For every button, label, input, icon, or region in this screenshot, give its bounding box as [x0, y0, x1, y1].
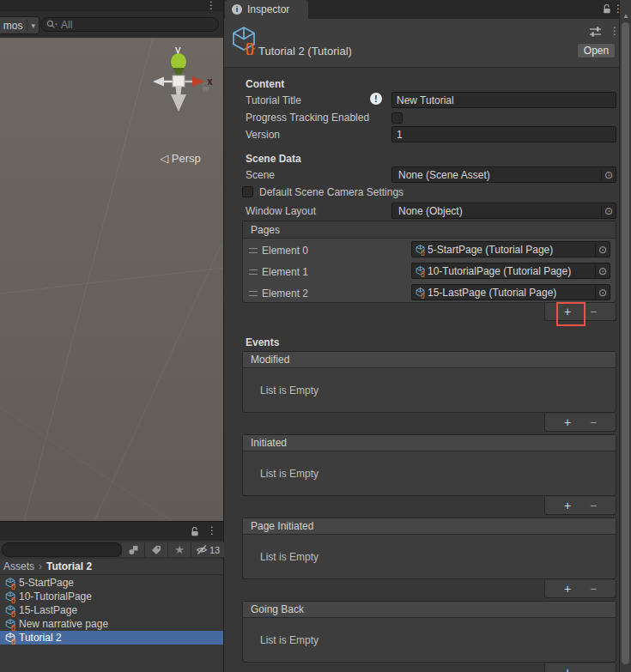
scroll-up-icon[interactable]: ▲	[622, 12, 629, 20]
initiated-remove-button[interactable]: −	[580, 498, 606, 514]
scene-object-field[interactable]: None (Scene Asset) ⊙	[391, 166, 616, 183]
pages-element-0-row[interactable]: Element 0 {} 5-StartPage (Tutorial Page)…	[243, 240, 616, 261]
page-initiated-add-button[interactable]: +	[555, 581, 580, 597]
svg-text:{}: {}	[421, 270, 425, 277]
page-initiated-remove-button[interactable]: −	[580, 581, 606, 597]
project-search-input[interactable]	[2, 542, 122, 557]
progress-tracking-checkbox[interactable]	[391, 112, 403, 124]
hidden-packages-toggle[interactable]: 13	[191, 542, 224, 557]
object-picker-icon[interactable]: ⊙	[601, 205, 616, 217]
event-list-going-back-header[interactable]: Going Back	[243, 602, 616, 618]
asset-row-new-narrative-page[interactable]: {} New narrative page	[0, 617, 223, 631]
gizmo-bottom-axis-cone[interactable]	[171, 94, 186, 112]
hidden-packages-count: 13	[209, 545, 220, 555]
persp-label[interactable]: ◁ Persp	[144, 152, 216, 165]
pages-list-header[interactable]: Pages	[243, 221, 616, 239]
version-field[interactable]: 1	[391, 126, 616, 142]
drag-handle-icon[interactable]	[249, 248, 258, 253]
open-button[interactable]: Open	[577, 43, 616, 58]
tutorial-asset-icon: {}	[231, 26, 257, 51]
empty-list-text: List is Empty	[260, 551, 319, 563]
scriptable-object-icon: {}	[5, 605, 15, 615]
default-scene-camera-checkbox[interactable]	[242, 186, 253, 197]
inspector-lock-icon[interactable]	[602, 3, 612, 15]
project-search-filters: ★ 13	[122, 542, 224, 557]
asset-row-15-lastpage[interactable]: {} 15-LastPage	[0, 603, 223, 617]
pages-element-2-object-field[interactable]: {} 15-LastPage (Tutorial Page) ⊙	[411, 284, 610, 300]
tutorial-title-label: Tutorial Title	[246, 94, 301, 106]
asset-row-tutorial-2[interactable]: {} Tutorial 2	[0, 631, 223, 645]
scrollbar-thumb[interactable]	[622, 22, 629, 664]
window-layout-label: Window Layout	[246, 205, 316, 217]
scene-viewport[interactable]: y x ◁ Persp	[0, 38, 223, 521]
scene-pane-header: ⋮	[0, 0, 223, 11]
scriptable-object-icon: {}	[5, 591, 15, 602]
event-list-modified-header[interactable]: Modified	[243, 352, 616, 368]
object-picker-icon[interactable]: ⊙	[595, 287, 610, 299]
tutorial-title-field[interactable]: New Tutorial	[391, 92, 616, 108]
filter-by-label-button[interactable]	[145, 542, 167, 557]
window-layout-object-field[interactable]: None (Object) ⊙	[391, 203, 616, 219]
tutorial-page-icon: {}	[416, 288, 425, 297]
tag-icon	[151, 545, 161, 555]
going-back-add-button[interactable]: +	[555, 664, 580, 672]
object-picker-icon[interactable]: ⊙	[601, 169, 616, 181]
drag-handle-icon[interactable]	[249, 269, 258, 275]
gizmo-left-axis-cone[interactable]	[153, 77, 164, 87]
scene-pane-kebab-icon[interactable]: ⋮	[206, 0, 216, 10]
pages-element-1-object-field[interactable]: {} 10-TutorialPage (Tutorial Page) ⊙	[411, 263, 610, 279]
drag-handle-icon[interactable]	[249, 291, 258, 296]
filter-by-type-button[interactable]	[122, 542, 144, 557]
pages-element-1-row[interactable]: Element 1 {} 10-TutorialPage (Tutorial P…	[243, 262, 616, 282]
scene-panel: ⋮ mos ▾ All	[0, 0, 224, 672]
project-kebab-icon[interactable]: ⋮	[207, 525, 217, 536]
inspector-header: {} Tutorial 2 (Tutorial) ⋮	[224, 19, 619, 68]
event-list-initiated-footer: + −	[544, 497, 616, 515]
gizmo-center-cube[interactable]	[173, 76, 185, 87]
persp-arrow-icon: ◁	[160, 152, 168, 165]
inspector-scrollbar[interactable]: ▲	[619, 0, 631, 672]
breadcrumb-assets[interactable]: Assets	[3, 560, 34, 572]
event-list-page-initiated-header[interactable]: Page Initiated	[243, 518, 616, 535]
project-lock-icon[interactable]	[190, 526, 200, 537]
tab-inspector[interactable]: i Inspector	[225, 0, 308, 19]
eye-slash-icon	[196, 544, 208, 555]
default-scene-camera-label: Default Scene Camera Settings	[259, 186, 403, 198]
asset-row-10-tutorialpage[interactable]: {} 10-TutorialPage	[0, 590, 223, 603]
unity-editor-window: ⋮ mos ▾ All	[0, 0, 631, 672]
scriptable-object-icon: {}	[5, 578, 15, 588]
initiated-add-button[interactable]: +	[555, 498, 580, 514]
lock-icon[interactable]	[200, 82, 211, 93]
svg-text:{}: {}	[245, 40, 255, 55]
section-header-content: Content	[246, 78, 284, 90]
gizmos-dropdown[interactable]: mos ▾	[0, 16, 39, 34]
empty-list-text: List is Empty	[260, 384, 319, 397]
favorites-button[interactable]: ★	[168, 542, 191, 557]
breadcrumb-current[interactable]: Tutorial 2	[46, 560, 92, 572]
gizmos-dropdown-label: mos	[3, 20, 27, 32]
modified-remove-button[interactable]: −	[580, 415, 606, 431]
svg-text:{}: {}	[421, 249, 425, 256]
event-list-page-initiated-footer: + −	[544, 580, 616, 598]
version-label: Version	[246, 129, 280, 141]
breadcrumb-separator: ›	[39, 560, 42, 572]
filter-by-type-icon	[128, 545, 139, 555]
project-toolbar: ★ 13	[0, 541, 223, 559]
going-back-remove-button[interactable]: −	[580, 664, 606, 672]
event-list-initiated: Initiated List is Empty	[242, 434, 616, 496]
object-picker-icon[interactable]: ⊙	[595, 265, 610, 277]
object-picker-icon[interactable]: ⊙	[595, 244, 610, 256]
pages-element-0-object-field[interactable]: {} 5-StartPage (Tutorial Page) ⊙	[411, 241, 610, 257]
pages-element-2-row[interactable]: Element 2 {} 15-LastPage (Tutorial Page)…	[243, 283, 616, 304]
scene-search-input[interactable]: All	[40, 17, 219, 32]
scriptable-object-icon: {}	[5, 619, 15, 629]
event-list-initiated-header[interactable]: Initiated	[243, 435, 616, 451]
empty-list-text: List is Empty	[260, 634, 319, 646]
scriptable-object-icon: {}	[5, 633, 15, 643]
presets-button[interactable]	[589, 25, 602, 38]
localization-warning-icon[interactable]: !	[370, 93, 382, 105]
scene-label: Scene	[246, 169, 275, 181]
inspector-title: Tutorial 2 (Tutorial)	[258, 45, 352, 58]
modified-add-button[interactable]: +	[555, 415, 580, 431]
asset-row-5-startpage[interactable]: {} 5-StartPage	[0, 576, 223, 590]
